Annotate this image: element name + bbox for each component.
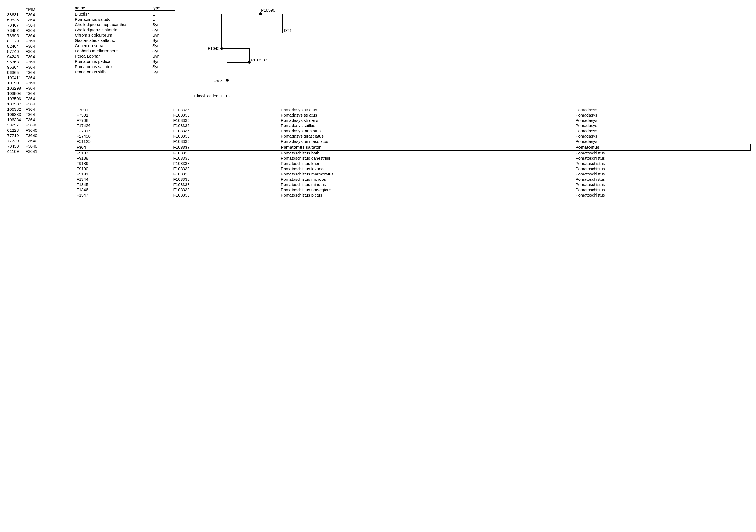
entity-desc-cell: Pomatoschistus knerii	[280, 161, 575, 166]
left-myid-cell: F364	[24, 54, 41, 59]
entity-genus-cell: Pomatoschistus	[575, 156, 750, 161]
left-table-row: 73995 F364	[6, 33, 41, 38]
left-table-header-id	[6, 6, 24, 12]
node-f103337	[248, 61, 251, 64]
entity-desc-cell: Pomatoschistus canestrinii	[280, 156, 575, 161]
left-myid-cell: F3640	[24, 138, 41, 143]
entity-table-row: F9190 F103338 Pomatoschistus lozanoi Pom…	[75, 166, 750, 171]
entity-myid-cell: F9191	[75, 171, 172, 177]
name-cell: Pomatomus pedica	[75, 59, 152, 64]
left-id-cell: 81129	[6, 38, 24, 43]
entity-myid-cell: F17426	[75, 123, 172, 128]
entity-myid-cell: F7708	[75, 118, 172, 123]
name-type-section: name type Bluefish E Pomatomus saltator …	[75, 6, 175, 74]
left-table-row: 38631 F364	[6, 12, 41, 17]
left-myid-cell: F364	[24, 86, 41, 91]
type-cell: Syn	[152, 27, 175, 32]
entity-genus-cell: Pomadasys	[575, 123, 750, 128]
entity-parentid-cell: F103338	[172, 166, 280, 171]
type-cell: Syn	[152, 22, 175, 27]
left-panel: myID 38631 F364 59825 F364 73467 F364 73…	[6, 6, 67, 154]
entity-genus-cell: Pomatoschistus	[575, 187, 750, 192]
entity-genus-cell: Pomatoschistus	[575, 150, 750, 156]
left-table-row: 39257 F3640	[6, 122, 41, 128]
entity-table-row: F7708 F103336 Pomadasys stridens Pomadas…	[75, 118, 750, 123]
left-table-row: 59825 F364	[6, 17, 41, 22]
entity-desc-cell: Pomadasys unimaculatus	[280, 139, 575, 144]
type-cell: Syn	[152, 38, 175, 43]
entity-desc-cell: Pomadasys striatus	[280, 107, 575, 113]
left-myid-cell: F364	[24, 101, 41, 107]
left-id-cell: 106383	[6, 112, 24, 117]
name-col-header: name	[75, 6, 152, 10]
name-cell: Chromis epicurorum	[75, 32, 152, 38]
left-myid-cell: F364	[24, 49, 41, 54]
left-id-cell: 73995	[6, 33, 24, 38]
left-table-row: 73482 F364	[6, 28, 41, 33]
name-cell: Gasterosteus saltatrix	[75, 38, 152, 43]
entity-table-row: F9189 F103338 Pomatoschistus knerii Poma…	[75, 161, 750, 166]
left-id-cell: 101901	[6, 80, 24, 86]
entity-desc-cell: Pomatoschistus minutus	[280, 182, 575, 187]
entity-desc-cell: Pomadasys trifasciatus	[280, 134, 575, 139]
entity-table-row: F1345 F103338 Pomatoschistus minutus Pom…	[75, 182, 750, 187]
name-type-row: Perca Lophar Syn	[75, 53, 175, 59]
entity-genus-cell: Pomadasys	[575, 134, 750, 139]
left-table-row: 87746 F364	[6, 49, 41, 54]
name-type-row: Gasterosteus saltatrix Syn	[75, 38, 175, 43]
entity-parentid-cell: F103338	[172, 171, 280, 177]
entity-table-row: F27498 F103336 Pomadasys trifasciatus Po…	[75, 134, 750, 139]
entity-genus-cell: Pomatoschistus	[575, 182, 750, 187]
left-table-row: 106382 F364	[6, 107, 41, 112]
entity-myid-cell: F1344	[75, 177, 172, 182]
left-myid-cell: F364	[24, 107, 41, 112]
left-id-cell: 103504	[6, 91, 24, 96]
left-myid-cell: F3640	[24, 143, 41, 149]
left-id-cell: 106382	[6, 107, 24, 112]
left-id-cell: 96365	[6, 70, 24, 75]
entity-genus-cell: Pomatoschistus	[575, 192, 750, 198]
entity-myid-cell: F9188	[75, 156, 172, 161]
name-type-row: Pomatomus saltator L	[75, 16, 175, 22]
entity-table-row: F27317 F103336 Pomadasys taeniatus Pomad…	[75, 128, 750, 134]
left-myid-cell: F364	[24, 28, 41, 33]
entity-parentid-cell: F103336	[172, 123, 280, 128]
left-myid-cell: F3640	[24, 122, 41, 128]
name-type-header: name type	[75, 6, 175, 11]
entity-parentid-cell: F103338	[172, 187, 280, 192]
left-table-row: 73467 F364	[6, 22, 41, 28]
left-myid-cell: F364	[24, 33, 41, 38]
entity-genus-cell: Pomadasys	[575, 139, 750, 144]
left-myid-cell: F364	[24, 17, 41, 22]
left-id-cell: 106384	[6, 117, 24, 122]
left-table-row: 103298 F364	[6, 86, 41, 91]
type-cell: Syn	[152, 64, 175, 69]
entity-table-row: F9188 F103338 Pomatoschistus canestrinii…	[75, 156, 750, 161]
left-table-row: 106384 F364	[6, 117, 41, 122]
name-type-row: Chromis epicurorum Syn	[75, 32, 175, 38]
left-myid-cell: F364	[24, 12, 41, 17]
left-id-cell: 94245	[6, 54, 24, 59]
main-container: myID 38631 F364 59825 F364 73467 F364 73…	[6, 6, 750, 198]
left-id-cell: 96363	[6, 59, 24, 64]
right-panel: name type Bluefish E Pomatomus saltator …	[75, 6, 750, 198]
left-table-row: 78438 F3640	[6, 143, 41, 149]
node-p16590	[259, 13, 262, 15]
label-f1045: F1045	[208, 46, 220, 51]
left-myid-cell: F364	[24, 38, 41, 43]
left-table-row: 77720 F3640	[6, 138, 41, 143]
name-cell: Perca Lophar	[75, 53, 152, 59]
left-id-cell: 103506	[6, 96, 24, 101]
entity-table-row: F9187 F103338 Pomatoschistus bathi Pomat…	[75, 150, 750, 156]
left-id-cell: 59825	[6, 17, 24, 22]
name-type-row: Cheilodipterus saltatrix Syn	[75, 27, 175, 32]
type-cell: Syn	[152, 43, 175, 48]
entity-table-row: F7001 F103336 Pomadasys striatus Pomadas…	[75, 107, 750, 113]
left-myid-cell: F364	[24, 59, 41, 64]
entity-table-row: F7301 F103336 Pomadasys striatus Pomadas…	[75, 113, 750, 118]
entity-myid-cell: F7001	[75, 107, 172, 113]
name-cell: Lopharis mediterraneus	[75, 48, 152, 53]
left-id-cell: 103298	[6, 86, 24, 91]
name-cell: Cheilodipterus saltatrix	[75, 27, 152, 32]
name-cell: Bluefish	[75, 11, 152, 16]
